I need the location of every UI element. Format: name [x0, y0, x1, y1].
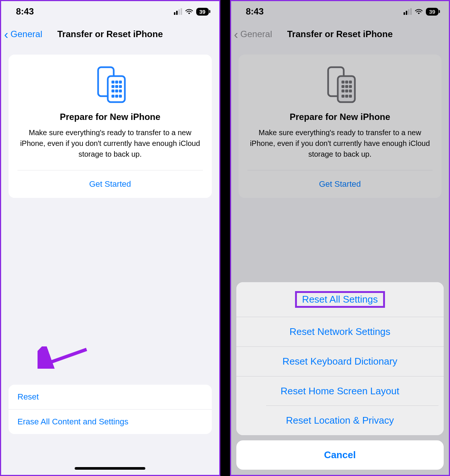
- card-description: Make sure everything's ready to transfer…: [17, 127, 203, 160]
- svg-rect-6: [115, 85, 118, 88]
- nav-header: ‹ General Transfer or Reset iPhone: [231, 19, 449, 47]
- card-title: Prepare for New iPhone: [17, 112, 203, 122]
- get-started-button[interactable]: Get Started: [17, 170, 203, 198]
- chevron-left-icon[interactable]: ‹: [4, 28, 8, 40]
- reset-home-screen-option[interactable]: Reset Home Screen Layout: [236, 376, 444, 406]
- reset-keyboard-dictionary-option[interactable]: Reset Keyboard Dictionary: [236, 347, 444, 376]
- svg-rect-3: [115, 81, 118, 84]
- wifi-icon: [185, 8, 193, 15]
- page-title: Transfer or Reset iPhone: [287, 29, 393, 39]
- card-description: Make sure everything's ready to transfer…: [247, 127, 433, 160]
- svg-rect-21: [345, 85, 348, 88]
- battery-icon: 39: [196, 8, 209, 16]
- svg-rect-25: [349, 89, 352, 92]
- svg-rect-19: [349, 81, 352, 84]
- svg-rect-2: [111, 81, 114, 84]
- screenshot-divider: [220, 0, 230, 476]
- nav-header: ‹ General Transfer or Reset iPhone: [1, 19, 219, 47]
- status-time: 8:43: [16, 6, 34, 17]
- status-time: 8:43: [246, 6, 264, 17]
- bottom-options: Reset Erase All Content and Settings: [9, 385, 212, 434]
- transfer-devices-icon: [322, 66, 358, 104]
- highlight-annotation: Reset All Settings: [295, 291, 385, 308]
- cellular-icon: [404, 8, 412, 15]
- svg-rect-20: [341, 85, 344, 88]
- reset-button[interactable]: Reset: [9, 385, 212, 410]
- back-button[interactable]: General: [240, 29, 272, 39]
- status-bar: 8:43 39: [231, 1, 449, 19]
- svg-rect-27: [345, 95, 348, 98]
- svg-rect-8: [111, 89, 114, 92]
- arrow-annotation-icon: [38, 346, 90, 369]
- svg-rect-23: [341, 89, 344, 92]
- reset-action-sheet: Reset All Settings Reset Network Setting…: [236, 282, 444, 470]
- card-title: Prepare for New iPhone: [247, 112, 433, 122]
- screenshot-right: 8:43 39 ‹ General Transfer or Reset iPho…: [230, 0, 450, 476]
- svg-rect-9: [115, 89, 118, 92]
- svg-rect-22: [349, 85, 352, 88]
- svg-rect-5: [111, 85, 114, 88]
- erase-all-button[interactable]: Erase All Content and Settings: [9, 410, 212, 434]
- chevron-left-icon[interactable]: ‹: [234, 28, 238, 40]
- transfer-devices-icon: [92, 66, 128, 104]
- svg-rect-7: [119, 85, 122, 88]
- svg-rect-13: [119, 95, 122, 98]
- svg-rect-24: [345, 89, 348, 92]
- battery-icon: 39: [426, 8, 438, 16]
- status-bar: 8:43 39: [1, 1, 219, 19]
- svg-rect-18: [345, 81, 348, 84]
- reset-all-settings-option[interactable]: Reset All Settings: [236, 282, 444, 317]
- svg-rect-28: [349, 95, 352, 98]
- prepare-card: Prepare for New iPhone Make sure everyth…: [239, 55, 442, 198]
- svg-rect-12: [115, 95, 118, 98]
- cellular-icon: [174, 8, 182, 15]
- action-sheet-group: Reset All Settings Reset Network Setting…: [236, 282, 444, 435]
- prepare-card: Prepare for New iPhone Make sure everyth…: [9, 55, 212, 198]
- status-indicators: 39: [404, 8, 438, 16]
- wifi-icon: [415, 8, 423, 15]
- svg-rect-10: [119, 89, 122, 92]
- svg-line-14: [43, 349, 87, 365]
- cancel-button[interactable]: Cancel: [236, 440, 444, 470]
- reset-network-settings-option[interactable]: Reset Network Settings: [236, 317, 444, 347]
- page-title: Transfer or Reset iPhone: [57, 29, 163, 39]
- svg-rect-26: [341, 95, 344, 98]
- back-button[interactable]: General: [10, 29, 42, 39]
- screenshot-left: 8:43 39 ‹ General Transfer or Reset iPho…: [0, 0, 220, 476]
- reset-location-privacy-option[interactable]: Reset Location & Privacy: [236, 406, 444, 435]
- svg-rect-4: [119, 81, 122, 84]
- status-indicators: 39: [174, 8, 209, 16]
- svg-rect-16: [338, 76, 355, 102]
- svg-rect-1: [108, 76, 125, 102]
- get-started-button[interactable]: Get Started: [247, 170, 433, 198]
- home-indicator[interactable]: [75, 467, 145, 470]
- svg-rect-11: [111, 95, 114, 98]
- svg-rect-17: [341, 81, 344, 84]
